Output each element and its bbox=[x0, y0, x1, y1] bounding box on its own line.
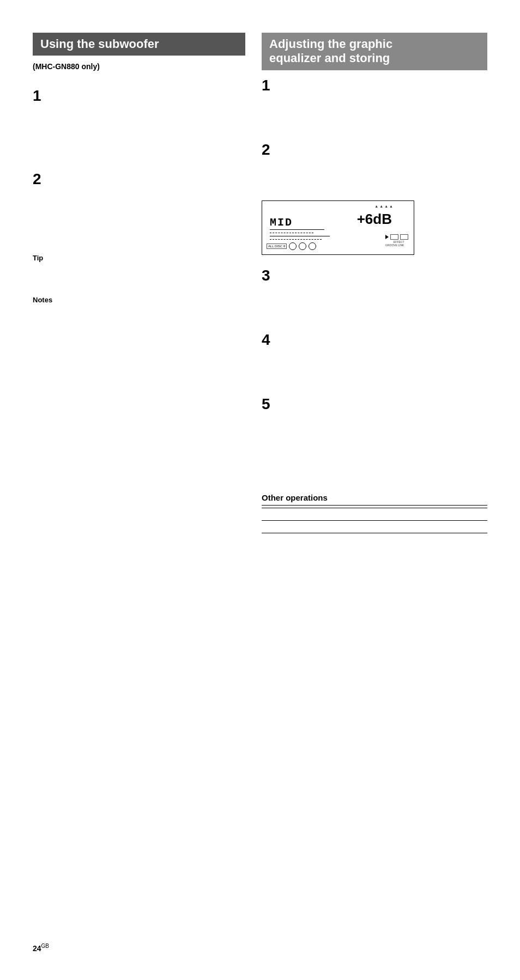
play-icon bbox=[385, 235, 389, 239]
left-step-2: 2 bbox=[33, 171, 245, 238]
display-dots: ▲▲▲▲ bbox=[374, 204, 394, 208]
display-diagram: MID +6dB ▲▲▲▲ bbox=[262, 200, 414, 255]
right-step-4: 4 bbox=[262, 331, 487, 384]
display-rect-2 bbox=[400, 234, 408, 240]
other-operations-section: Other operations bbox=[262, 493, 487, 533]
right-step-4-number: 4 bbox=[262, 331, 487, 349]
right-step-1-number: 1 bbox=[262, 77, 487, 94]
notes-text bbox=[33, 307, 245, 317]
display-bottom-row: ALL DISC 8 EFFECT bbox=[262, 242, 414, 250]
display-line-2 bbox=[270, 236, 330, 236]
left-subtitle: (MHC-GN880 only) bbox=[33, 62, 245, 71]
notes-text3 bbox=[33, 327, 245, 337]
left-step-2-text3 bbox=[33, 227, 245, 237]
left-step-1-number: 1 bbox=[33, 87, 245, 105]
display-circle-3 bbox=[309, 242, 316, 250]
connector-line-left bbox=[338, 200, 339, 201]
right-step-4-text2 bbox=[262, 374, 487, 384]
display-mid-label: MID bbox=[270, 216, 293, 229]
notes-block: Notes bbox=[33, 296, 245, 337]
left-step-2-number: 2 bbox=[33, 171, 245, 188]
right-step-2-text2 bbox=[262, 184, 487, 193]
display-lines bbox=[270, 229, 330, 241]
right-step-5-text2 bbox=[262, 438, 487, 448]
left-step-1-text3 bbox=[33, 144, 245, 154]
right-step-2-number: 2 bbox=[262, 141, 487, 159]
left-step-2-text2 bbox=[33, 213, 245, 223]
right-title-line1: Adjusting the graphic bbox=[269, 37, 480, 51]
left-step-2-text bbox=[33, 199, 245, 209]
display-circle-1 bbox=[289, 242, 297, 250]
right-step-3-number: 3 bbox=[262, 267, 487, 284]
other-ops-line-1 bbox=[262, 505, 487, 506]
right-step-1: 1 bbox=[262, 77, 487, 129]
right-step-5-text3 bbox=[262, 453, 487, 462]
right-step-5-number: 5 bbox=[262, 395, 487, 413]
left-step-1-text bbox=[33, 115, 245, 125]
display-line-1 bbox=[270, 229, 324, 230]
right-step-3: 3 bbox=[262, 267, 487, 319]
tip-label: Tip bbox=[33, 254, 245, 262]
page-number: 24GB bbox=[33, 943, 49, 953]
right-step-4-text bbox=[262, 360, 487, 369]
right-step-2: 2 MID bbox=[262, 141, 487, 254]
right-section-header: Adjusting the graphic equalizer and stor… bbox=[262, 33, 487, 70]
display-db-label: +6dB bbox=[357, 211, 392, 228]
display-rect-1 bbox=[390, 234, 398, 240]
right-step-1-text bbox=[262, 105, 487, 115]
page-container: Using the subwoofer (MHC-GN880 only) 1 2… bbox=[0, 0, 520, 980]
left-step-1: 1 bbox=[33, 87, 245, 154]
right-step-5: 5 bbox=[262, 395, 487, 477]
other-ops-line-4 bbox=[262, 533, 487, 533]
display-dashed-2 bbox=[270, 239, 322, 240]
left-section-header: Using the subwoofer bbox=[33, 33, 245, 56]
display-right-icons: EFFECT GROOVE LINK bbox=[385, 234, 408, 247]
other-operations-title: Other operations bbox=[262, 493, 487, 502]
tip-text2 bbox=[33, 275, 245, 285]
right-step-2-text bbox=[262, 169, 487, 179]
tip-block: Tip bbox=[33, 254, 245, 285]
other-ops-spacer-1 bbox=[262, 510, 487, 520]
display-dashed-1 bbox=[270, 233, 313, 233]
effect-label: EFFECT GROOVE LINK bbox=[385, 240, 404, 247]
right-step-5-text bbox=[262, 424, 487, 434]
connector-line-right bbox=[389, 200, 389, 201]
other-ops-line-3 bbox=[262, 520, 487, 521]
all-disc-label: ALL DISC 8 bbox=[267, 244, 287, 249]
notes-text2 bbox=[33, 317, 245, 327]
tip-text bbox=[33, 265, 245, 275]
notes-label: Notes bbox=[33, 296, 245, 304]
other-ops-line-2 bbox=[262, 508, 487, 508]
left-column: Using the subwoofer (MHC-GN880 only) 1 2… bbox=[33, 33, 245, 535]
display-circle-2 bbox=[299, 242, 306, 250]
two-column-layout: Using the subwoofer (MHC-GN880 only) 1 2… bbox=[33, 33, 487, 535]
icon-row-1 bbox=[385, 234, 408, 240]
right-step-3-text2 bbox=[262, 309, 487, 319]
right-column: Adjusting the graphic equalizer and stor… bbox=[262, 33, 487, 535]
right-step-5-text4 bbox=[262, 467, 487, 477]
left-step-1-text2 bbox=[33, 130, 245, 140]
other-ops-spacer-2 bbox=[262, 523, 487, 533]
right-title-line2: equalizer and storing bbox=[269, 51, 480, 65]
right-step-1-text2 bbox=[262, 119, 487, 129]
left-title: Using the subwoofer bbox=[40, 37, 159, 51]
right-step-3-text bbox=[262, 295, 487, 305]
